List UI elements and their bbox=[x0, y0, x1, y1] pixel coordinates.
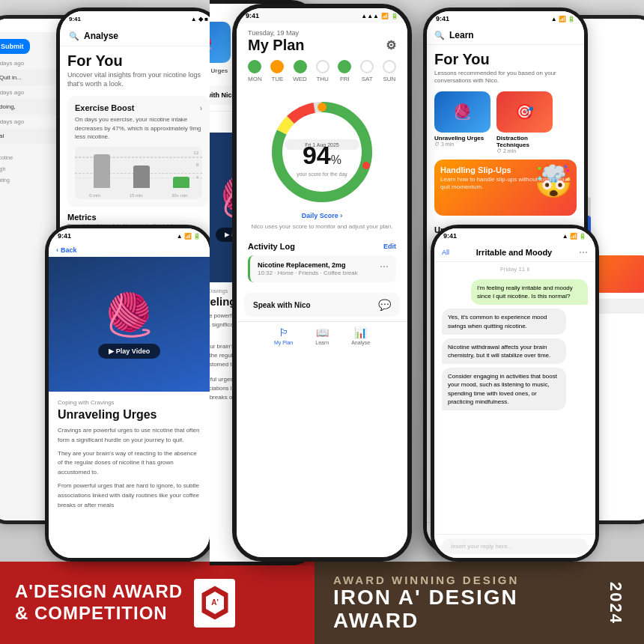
chat-date: Friday 11 li bbox=[434, 262, 595, 276]
urges-body-full-3: From powerful urges that are hard to ign… bbox=[58, 482, 201, 510]
urges-title-full: Unraveling Urges bbox=[58, 408, 201, 422]
lesson-thumb-learn-2: 🎯 bbox=[496, 91, 553, 133]
chevron-icon: › bbox=[200, 104, 202, 112]
status-bar-urges: 9:41 ▲ 📶 🔋 bbox=[49, 228, 210, 243]
for-you-learn-section: For You Lessons recommended for you base… bbox=[427, 45, 584, 88]
svg-text:A': A' bbox=[211, 598, 219, 607]
phone-bottom-unraveling: 9:41 ▲ 📶 🔋 ‹ Back 🧶 ▶ Play Video Coping … bbox=[45, 225, 213, 562]
score-sublabel: your score for the day bbox=[297, 171, 347, 177]
lesson-name-1: Unraveling Urges bbox=[434, 135, 490, 142]
day-mon: MON bbox=[248, 60, 262, 82]
plan-date: Tuesday, 19 May bbox=[248, 29, 396, 37]
day-dot-sun bbox=[383, 60, 396, 73]
more-icon-activity[interactable]: ⋯ bbox=[380, 261, 389, 272]
day-wed: WED bbox=[293, 60, 307, 82]
chat-input[interactable]: Insert your reply here... bbox=[442, 538, 588, 554]
battery-icon: 🔋 bbox=[391, 13, 398, 19]
award-line2: & COMPETITION bbox=[15, 603, 168, 623]
daily-score-sub: Nico uses your score to monitor and adju… bbox=[237, 223, 407, 236]
score-number: 94 bbox=[303, 141, 331, 169]
exercise-boost-title: Exercise Boost › bbox=[75, 103, 202, 112]
speak-nico-plan[interactable]: Speak with Nico 💬 bbox=[244, 293, 400, 317]
lesson-dur-2: ⏱ 2 min bbox=[496, 148, 553, 154]
activity-log-header: Activity Log Edit bbox=[248, 242, 396, 251]
reply-bubble-1: Yes, it's common to experience mood swin… bbox=[442, 309, 566, 334]
nav-analyse-plan[interactable]: 📊 Analyse bbox=[351, 326, 370, 345]
more-icon-chat[interactable]: ⋯ bbox=[579, 247, 588, 258]
lesson-name-2: Distraction Techniques bbox=[496, 135, 553, 148]
time-learn: 9:41 bbox=[436, 15, 449, 22]
learn-title: Learn bbox=[449, 30, 474, 40]
handling-card[interactable]: Handling Slip-Ups Learn how to handle sl… bbox=[434, 160, 577, 216]
learn-header: 🔍 Learn bbox=[427, 26, 584, 45]
activity-log: Activity Log Edit Nicotine Replacement, … bbox=[237, 236, 407, 288]
day-dot-wed bbox=[294, 60, 307, 73]
score-circle-area: Fri 1 Aug 2025 94% your score for the da… bbox=[237, 88, 407, 212]
chart-y-label-12: 12 bbox=[193, 151, 198, 155]
day-dot-thu bbox=[316, 60, 329, 73]
reply-bubble-2: Nicotine withdrawal affects your brain c… bbox=[442, 338, 566, 364]
icons-chat: ▲ 📶 🔋 bbox=[562, 233, 586, 240]
lesson-card-2[interactable]: 🎯 Distraction Techniques ⏱ 2 min bbox=[496, 91, 553, 154]
activity-sub-1: 10:32 · Home · Friends · Coffee break bbox=[258, 270, 358, 276]
chat-all-header: All Irritable and Moody ⋯ bbox=[434, 243, 595, 262]
award-logo: A' bbox=[194, 579, 235, 628]
chart-y-label-8: 8 bbox=[196, 162, 198, 167]
award-main-title: IRON A' DESIGN AWARD bbox=[333, 586, 595, 633]
status-bar-chat: 9:41 ▲ 📶 🔋 bbox=[434, 228, 595, 243]
score-circle-wrapper: Fri 1 Aug 2025 94% your score for the da… bbox=[266, 96, 378, 208]
day-dot-mon bbox=[248, 60, 261, 73]
for-you-subtitle-learn: Lessons recommended for you based on you… bbox=[434, 70, 577, 85]
status-icons-learn: ▲ 📶 🔋 bbox=[551, 16, 575, 22]
chart-bar-3 bbox=[173, 177, 189, 188]
back-btn-urges[interactable]: ‹ Back bbox=[49, 243, 210, 257]
play-video-full[interactable]: ▶ Play Video bbox=[98, 344, 160, 359]
chart-label-0min: 0 min bbox=[89, 193, 100, 198]
chart-bar-2 bbox=[133, 165, 150, 188]
chat-messages: I'm feeling really irritable and moody s… bbox=[434, 276, 595, 534]
submit-button[interactable]: Submit bbox=[0, 39, 30, 54]
lesson-thumb-learn-1: 🧶 bbox=[434, 91, 490, 133]
lesson-cards-learn: 🧶 Unraveling Urges ⏱ 3 min 🎯 Distraction… bbox=[427, 88, 584, 157]
day-dot-fri bbox=[338, 60, 351, 73]
exercise-boost-body: On days you exercise, your nicotine inta… bbox=[75, 115, 202, 141]
lesson-card-1[interactable]: 🧶 Unraveling Urges ⏱ 3 min bbox=[434, 91, 490, 154]
chart-x-labels: 0 min 15 min 30+ min bbox=[75, 193, 202, 198]
nav-learn-plan[interactable]: 📖 Learn bbox=[315, 326, 329, 345]
svg-point-6 bbox=[318, 103, 326, 112]
handling-title: Handling Slip-Ups bbox=[440, 165, 571, 174]
phone-chat: 9:41 ▲ 📶 🔋 All Irritable and Moody ⋯ Fri… bbox=[431, 225, 599, 562]
time-urges: 9:41 bbox=[58, 232, 71, 240]
settings-icon[interactable]: ⚙ bbox=[386, 38, 396, 52]
lesson-dur-1: ⏱ 3 min bbox=[434, 142, 490, 147]
status-bar-plan: 9:41 ▲▲▲ 📶 🔋 bbox=[237, 8, 407, 23]
for-you-title-learn: For You bbox=[434, 51, 577, 68]
nav-plan-active[interactable]: 🏳 My Plan bbox=[274, 326, 293, 345]
signal-icons-plan: ▲▲▲ 📶 🔋 bbox=[361, 13, 398, 19]
urges-ball-emoji: 🧶 bbox=[103, 291, 155, 339]
for-you-subtitle-analyse: Uncover vital insights from your nicotin… bbox=[67, 71, 210, 88]
exercise-boost-card: Exercise Boost › On days you exercise, y… bbox=[67, 96, 210, 207]
all-btn-chat[interactable]: All bbox=[442, 249, 449, 256]
edit-btn[interactable]: Edit bbox=[383, 243, 396, 250]
svg-point-8 bbox=[274, 162, 282, 169]
award-right-section: AWARD WINNING DESIGN IRON A' DESIGN AWAR… bbox=[315, 562, 644, 644]
day-dot-tue bbox=[270, 60, 284, 73]
handling-card-bg: Handling Slip-Ups Learn how to handle sl… bbox=[434, 160, 577, 216]
phone-my-plan: 9:41 ▲▲▲ 📶 🔋 Tuesday, 19 May My Plan ⚙ M… bbox=[232, 4, 412, 562]
chart-y-label-4: 4 bbox=[196, 175, 198, 180]
analyse-title: Analyse bbox=[84, 31, 118, 41]
award-logo-svg: A' bbox=[200, 584, 230, 622]
book-icon-plan: 📖 bbox=[316, 326, 329, 338]
urges-cat-full: Coping with Cravings bbox=[58, 399, 201, 406]
urges-hero-full: 🧶 ▶ Play Video bbox=[49, 257, 210, 392]
daily-score-link[interactable]: Daily Score › bbox=[237, 212, 407, 223]
day-thu: THU bbox=[316, 60, 329, 82]
status-bar-analyse: 9:41 ▲ ◆ ■ bbox=[60, 11, 217, 26]
chat-icon-plan: 💬 bbox=[378, 299, 391, 311]
award-left-text: A'DESIGN AWARD & COMPETITION bbox=[15, 581, 183, 625]
handling-body: Learn how to handle slip-ups without los… bbox=[440, 176, 571, 192]
icons-urges: ▲ 📶 🔋 bbox=[177, 233, 201, 240]
score-percent: % bbox=[331, 154, 341, 166]
day-sun: SUN bbox=[383, 60, 396, 82]
